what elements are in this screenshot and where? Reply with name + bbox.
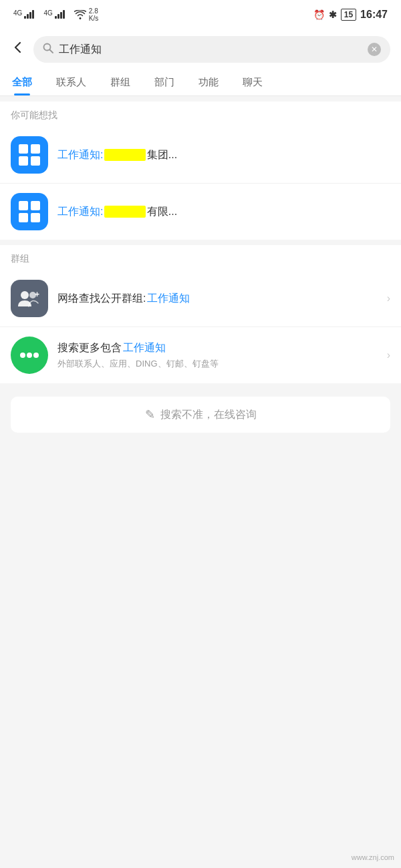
group-title-2: 搜索更多包含 工作通知 xyxy=(57,341,378,355)
tab-departments[interactable]: 部门 xyxy=(142,69,186,95)
groups-header: 群组 xyxy=(0,245,401,270)
suggestion-avatar-1 xyxy=(11,136,48,174)
suggestion-title-1: 工作通知: 集团... xyxy=(57,148,390,162)
bluetooth-icon: ✱ xyxy=(329,9,337,20)
tab-all[interactable]: 全部 xyxy=(0,69,44,95)
groups-block: + 网络查找公开群组: 工作通知 › 搜索更多包含 工作通知 外部联系人、应用、… xyxy=(0,270,401,383)
group-item-1[interactable]: + 网络查找公开群组: 工作通知 › xyxy=(0,270,401,327)
consult-icon: ✎ xyxy=(145,407,155,422)
suggestion-avatar-2 xyxy=(11,193,48,230)
tab-contacts[interactable]: 联系人 xyxy=(44,69,98,95)
battery-indicator: 15 xyxy=(341,9,356,21)
section-divider-top xyxy=(0,96,401,101)
status-left: 4G 4G 2.8K/s xyxy=(13,7,98,22)
suggestion-highlight-1 xyxy=(104,149,145,161)
group-title-main-2: 搜索更多包含 xyxy=(57,341,122,355)
group-item-2[interactable]: 搜索更多包含 工作通知 外部联系人、应用、DING、钉邮、钉盘等 › xyxy=(0,327,401,383)
group-content-2: 搜索更多包含 工作通知 外部联系人、应用、DING、钉邮、钉盘等 xyxy=(57,341,378,370)
svg-point-7 xyxy=(33,353,39,358)
suggestion-content-1: 工作通知: 集团... xyxy=(57,148,390,162)
svg-line-1 xyxy=(50,50,53,53)
group-title-blue-2: 工作通知 xyxy=(123,341,166,355)
network-label-2: 4G xyxy=(43,9,64,20)
suggestion-title-suffix-1: 集团... xyxy=(147,148,177,162)
network-label-1: 4G xyxy=(13,9,34,20)
search-query[interactable]: 工作通知 xyxy=(59,43,362,57)
search-area: 工作通知 ✕ xyxy=(0,29,401,69)
suggestion-item-1[interactable]: 工作通知: 集团... xyxy=(0,127,401,184)
tab-groups[interactable]: 群组 xyxy=(98,69,142,95)
suggestions-block: 工作通知: 集团... 工作通知: 有限... xyxy=(0,127,401,240)
suggestion-title-suffix-2: 有限... xyxy=(147,205,177,219)
chevron-icon-1: › xyxy=(387,292,390,304)
suggestion-item-2[interactable]: 工作通知: 有限... xyxy=(0,184,401,240)
group-avatar-2 xyxy=(11,337,48,374)
status-time: 16:47 xyxy=(360,9,388,21)
back-button[interactable] xyxy=(11,40,25,59)
suggestions-header: 你可能想找 xyxy=(0,101,401,127)
group-title-main-1: 网络查找公开群组: xyxy=(57,292,146,306)
status-right: ⏰ ✱ 15 16:47 xyxy=(313,9,388,21)
suggestion-title-prefix-2: 工作通知: xyxy=(57,205,103,219)
network-speed: 2.8K/s xyxy=(89,7,98,22)
group-content-1: 网络查找公开群组: 工作通知 xyxy=(57,292,378,306)
wifi-icon xyxy=(74,10,86,19)
group-avatar-1: + xyxy=(11,280,48,317)
tabs-bar: 全部 联系人 群组 部门 功能 聊天 xyxy=(0,69,401,96)
tab-functions[interactable]: 功能 xyxy=(186,69,231,95)
svg-text:+: + xyxy=(35,290,39,299)
chevron-icon-2: › xyxy=(387,349,390,361)
consult-label: 搜索不准，在线咨询 xyxy=(160,408,257,422)
search-icon xyxy=(43,43,53,56)
section-divider-groups xyxy=(0,240,401,245)
svg-point-2 xyxy=(21,291,29,299)
alarm-icon: ⏰ xyxy=(313,9,325,20)
watermark: www.znj.com xyxy=(352,853,394,861)
svg-point-6 xyxy=(27,353,32,358)
status-bar: 4G 4G 2.8K/s xyxy=(0,0,401,29)
search-box[interactable]: 工作通知 ✕ xyxy=(33,36,390,63)
clear-search-button[interactable]: ✕ xyxy=(368,43,381,56)
consult-button[interactable]: ✎ 搜索不准，在线咨询 xyxy=(11,397,390,433)
group-title-blue-1: 工作通知 xyxy=(147,292,190,306)
group-subtitle-2: 外部联系人、应用、DING、钉邮、钉盘等 xyxy=(57,358,378,370)
suggestion-highlight-2 xyxy=(104,206,145,218)
suggestion-content-2: 工作通知: 有限... xyxy=(57,205,390,219)
group-title-1: 网络查找公开群组: 工作通知 xyxy=(57,292,378,306)
suggestion-title-prefix-1: 工作通知: xyxy=(57,148,103,162)
suggestion-title-2: 工作通知: 有限... xyxy=(57,205,390,219)
tab-chat[interactable]: 聊天 xyxy=(231,69,275,95)
svg-point-5 xyxy=(20,353,25,358)
